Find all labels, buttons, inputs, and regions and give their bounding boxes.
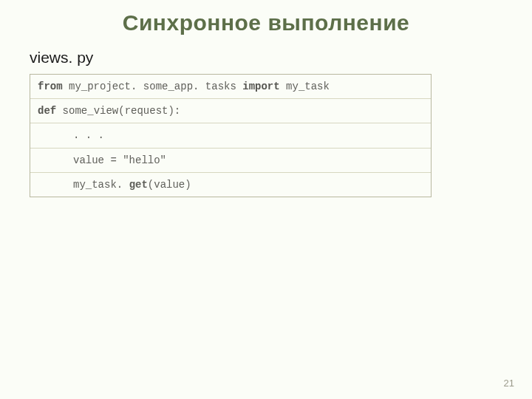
module-path: my_project. some_app. tasks	[63, 81, 243, 92]
code-line-import: from my_project. some_app. tasks import …	[30, 75, 431, 98]
code-line-value: value = "hello"	[30, 148, 431, 172]
call-method: get	[129, 179, 148, 191]
keyword-def: def	[38, 105, 56, 117]
call-suffix: (value)	[148, 179, 191, 191]
code-line-dots: . . .	[30, 123, 431, 147]
slide-content: Синхронное выполнение views. py from my_…	[0, 0, 532, 197]
keyword-from: from	[38, 81, 63, 92]
filename-label: views. py	[30, 49, 505, 66]
keyword-import: import	[242, 81, 279, 92]
code-line-def: def some_view(request):	[30, 98, 431, 123]
call-prefix: my_task.	[73, 179, 129, 191]
code-block: from my_project. some_app. tasks import …	[30, 74, 432, 197]
import-target: my_task	[280, 81, 330, 92]
slide-title: Синхронное выполнение	[27, 10, 505, 35]
page-number: 21	[504, 378, 514, 389]
code-line-call: my_task. get(value)	[30, 172, 431, 197]
func-signature: some_view(request):	[56, 105, 180, 117]
